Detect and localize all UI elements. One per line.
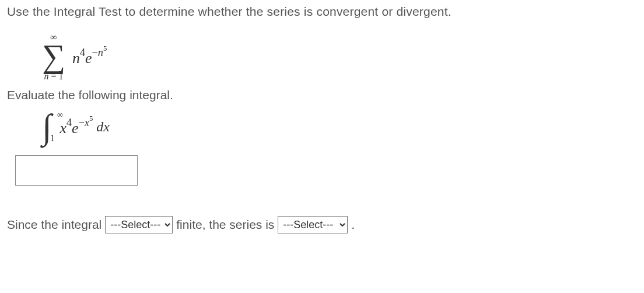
integral-lower-bound: 1 <box>50 133 55 144</box>
series-term: n4e−n5 <box>72 47 107 67</box>
integral-answer-input[interactable] <box>15 155 138 186</box>
conclusion-text-1: Since the integral <box>7 218 102 232</box>
evaluate-prompt: Evaluate the following integral. <box>7 88 637 102</box>
series-expression: ∞ ∑ n = 1 n4e−n5 <box>42 29 637 81</box>
convergence-select[interactable]: ---Select--- convergent divergent <box>278 216 348 233</box>
integrand: x4e−x5 <box>60 117 93 137</box>
integral-expression: ∞ ∫ 1 x4e−x5 dx <box>42 114 110 140</box>
sigma-symbol: ∑ <box>42 43 65 69</box>
question-prompt: Use the Integral Test to determine wheth… <box>7 5 637 19</box>
conclusion-text-2: finite, the series is <box>176 218 274 232</box>
integral-upper-bound: ∞ <box>57 110 63 120</box>
integral-dx: dx <box>96 119 110 135</box>
conclusion-period: . <box>351 218 355 232</box>
conclusion-sentence: Since the integral ---Select--- is is no… <box>7 216 637 233</box>
sigma-lower-bound: n = 1 <box>44 72 63 81</box>
finite-select[interactable]: ---Select--- is is not <box>105 216 173 233</box>
